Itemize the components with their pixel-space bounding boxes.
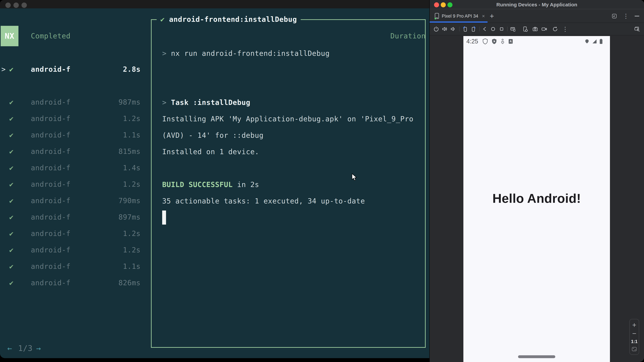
emulator-screen[interactable]: 4:25 — [464, 36, 610, 362]
screen-record-icon[interactable] — [541, 26, 547, 32]
studio-titlebar[interactable]: Running Devices - My Application — [430, 0, 644, 9]
tab-bar-controls: ⋮ — [612, 9, 639, 23]
volume-up-icon[interactable] — [442, 26, 448, 32]
task-name: android-f — [31, 275, 70, 291]
task-name: android-f — [31, 225, 70, 242]
fold-device-icon[interactable] — [510, 26, 516, 32]
device-display-area: 4:25 — [430, 35, 644, 362]
zoom-in-button[interactable]: + — [632, 322, 636, 328]
minimize-button[interactable] — [14, 2, 19, 8]
page-prev-arrow-icon[interactable]: ← — [8, 340, 12, 357]
prompt-chevron: > — [162, 98, 166, 107]
home-icon[interactable] — [490, 26, 496, 32]
check-icon: ✔ — [160, 15, 165, 23]
task-list: ✔ android-f 987ms ✔ android-f 1.2s ✔ and… — [0, 94, 144, 291]
check-icon: ✔ — [9, 127, 14, 143]
check-icon: ✔ — [9, 110, 14, 127]
desktop: NX Completed Duration > ✔ android-f 2.8s… — [0, 0, 644, 362]
command-text: nx run android-frontend:installDebug — [171, 49, 330, 57]
check-icon: ✔ — [9, 160, 14, 176]
task-duration: 1.4s — [123, 160, 140, 176]
check-icon: ✔ — [9, 94, 14, 110]
inspect-layers-icon[interactable] — [634, 26, 640, 32]
toolbar-separator — [507, 27, 508, 31]
task-row[interactable]: ✔ android-f 1.2s — [0, 110, 144, 127]
zoom-controls: + − 1:1 — [630, 319, 639, 355]
page-next-arrow-icon[interactable]: → — [36, 340, 41, 357]
zoom-button[interactable] — [22, 2, 27, 8]
task-name: android-f — [31, 209, 70, 225]
task-duration: 826ms — [118, 275, 140, 291]
task-row[interactable]: ✔ android-f 1.2s — [0, 242, 144, 258]
fit-to-window-button[interactable] — [632, 347, 637, 352]
rotate-right-icon[interactable] — [470, 26, 476, 32]
gradle-task-line: > Task :installDebug — [162, 94, 250, 111]
task-duration: 2.8s — [123, 61, 140, 78]
running-devices-window: Running Devices - My Application Pixel 9… — [430, 0, 644, 362]
terminal-cursor — [162, 211, 166, 225]
task-name: android-f — [31, 61, 70, 78]
tab-pixel-9-pro[interactable]: Pixel 9 Pro API 34 × — [430, 9, 488, 23]
task-row[interactable]: ✔ android-f 815ms — [0, 143, 144, 160]
task-row[interactable]: ✔ android-f 790ms — [0, 193, 144, 209]
task-name: android-f — [31, 160, 70, 176]
task-row[interactable]: ✔ android-f 1.2s — [0, 176, 144, 193]
tab-close-icon[interactable]: × — [482, 13, 485, 19]
screenshot-camera-icon[interactable] — [532, 26, 538, 32]
rotate-left-icon[interactable] — [462, 26, 468, 32]
window-title: Running Devices - My Application — [430, 0, 644, 9]
new-tab-button[interactable]: + — [490, 9, 494, 23]
power-icon[interactable] — [433, 26, 439, 32]
restart-icon[interactable] — [552, 26, 558, 32]
actual-size-button[interactable]: 1:1 — [631, 339, 638, 344]
active-tab-indicator — [430, 21, 488, 23]
nx-logo: NX — [1, 26, 18, 46]
check-icon: ✔ — [9, 176, 14, 193]
toolbar-more-icon[interactable]: ⋮ — [562, 26, 568, 33]
terminal-titlebar[interactable] — [0, 0, 429, 8]
device-tab-bar: Pixel 9 Pro API 34 × + ⋮ — [430, 9, 644, 23]
build-summary-line: 35 actionable tasks: 1 executed, 34 up-t… — [162, 193, 365, 209]
overview-icon[interactable] — [498, 26, 505, 32]
task-name: android-f — [31, 143, 70, 160]
status-time: 4:25 — [466, 38, 478, 45]
task-duration: 987ms — [118, 94, 140, 110]
install-line-2: (AVD) - 14' for ::debug — [162, 127, 264, 144]
task-output-panel: ✔android-frontend:installDebug > nx run … — [151, 19, 426, 348]
float-window-icon[interactable] — [612, 13, 617, 19]
task-duration: 815ms — [118, 143, 140, 160]
tab-label: Pixel 9 Pro API 34 — [442, 13, 478, 19]
task-row[interactable]: ✔ android-f 987ms — [0, 94, 144, 110]
task-name: android-f — [31, 193, 70, 209]
status-right-icons — [584, 38, 603, 45]
more-options-icon[interactable]: ⋮ — [623, 12, 629, 19]
task-row[interactable]: ✔ android-f 826ms — [0, 275, 144, 291]
zoom-out-button[interactable]: − — [632, 331, 636, 337]
task-row-selected[interactable]: > ✔ android-f 2.8s — [0, 61, 144, 78]
device-settings-icon[interactable] — [522, 26, 528, 32]
install-line-1: Installing APK 'My Application-debug.apk… — [162, 111, 414, 127]
hide-panel-icon[interactable] — [634, 16, 639, 16]
task-duration: 1.1s — [123, 258, 140, 275]
task-output-title-text: android-frontend:installDebug — [169, 15, 297, 23]
task-row[interactable]: ✔ android-f 1.4s — [0, 160, 144, 176]
task-row[interactable]: ✔ android-f 897ms — [0, 209, 144, 225]
task-name: android-f — [31, 242, 70, 258]
gesture-navigation-bar[interactable] — [518, 355, 555, 358]
back-icon[interactable] — [482, 26, 488, 32]
build-status: BUILD SUCCESSFUL — [162, 180, 233, 189]
task-row[interactable]: ✔ android-f 1.1s — [0, 258, 144, 275]
gradle-task-text: Task :installDebug — [171, 98, 250, 107]
task-duration: 1.2s — [123, 110, 140, 127]
task-name: android-f — [31, 258, 70, 275]
task-row[interactable]: ✔ android-f 1.2s — [0, 225, 144, 242]
app-badge-letter: A — [510, 40, 512, 43]
emulator-toolbar: ⋮ — [430, 23, 644, 35]
volume-down-icon[interactable] — [450, 26, 456, 32]
nx-tui: NX Completed Duration > ✔ android-f 2.8s… — [0, 8, 429, 358]
task-row[interactable]: ✔ android-f 1.1s — [0, 127, 144, 143]
check-icon: ✔ — [9, 209, 14, 225]
build-time: in 2s — [237, 180, 259, 189]
close-button[interactable] — [5, 2, 11, 8]
play-protect-shield-icon — [491, 38, 497, 45]
